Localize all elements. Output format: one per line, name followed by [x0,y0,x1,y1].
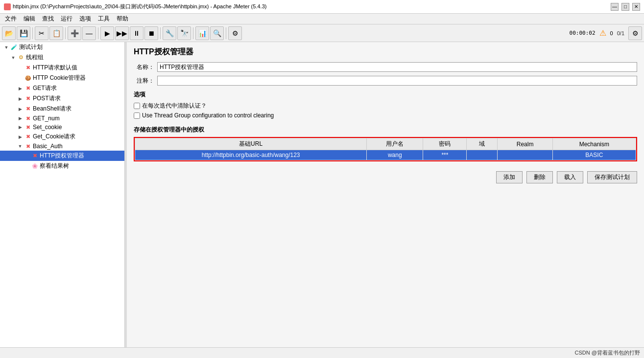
add-button[interactable]: 添加 [496,171,523,183]
checkbox1-row: 在每次迭代中清除认证？ [134,102,637,110]
name-label: 名称： [134,63,154,71]
tree-node-get-num[interactable]: ▶GET_num [0,114,124,123]
toolbar-btn-13[interactable]: 🔍 [210,26,224,40]
tree-node-view-results[interactable]: 察看结果树 [0,161,124,171]
name-input[interactable] [157,62,637,72]
toolbar-sep-9 [160,27,161,39]
menu-bar: 文件编辑查找运行选项工具帮助 [0,14,644,24]
expand-icon[interactable]: ▶ [17,96,23,102]
auth-table-section: 存储在授权管理器中的授权 基础URL用户名密码域RealmMechanismht… [134,126,637,161]
table-header: 基础URL [135,138,367,150]
warning-count: 0 [610,30,613,36]
table-header: 密码 [423,138,467,150]
menu-item-选项[interactable]: 选项 [76,14,94,23]
toolbar: 📂💾✂📋➕—▶▶▶⏸⏹🔧🔭📊🔍⚙00:00:02⚠00/1⚙ [0,24,644,42]
table-cell: *** [423,150,467,160]
comment-input[interactable] [157,76,637,86]
expand-icon[interactable] [24,153,30,159]
toolbar-btn-10[interactable]: 🔧 [163,26,176,40]
tree-node-thread-group[interactable]: ▼线程组 [0,52,124,63]
toolbar-sep-1 [32,27,33,39]
tree-node-test-plan[interactable]: ▼测试计划 [0,42,124,52]
tree-node-label: HTTP请求默认值 [33,64,77,72]
expand-icon[interactable] [17,65,23,71]
toolbar-btn-6[interactable]: ▶ [100,26,114,40]
bottom-buttons: 添加 删除 载入 保存测试计划 [134,171,637,198]
name-row: 名称： [134,62,637,72]
table-cell: wang [367,150,423,160]
tree-node-http-default[interactable]: HTTP请求默认值 [0,63,124,73]
tree-node-set-cookie[interactable]: ▶Set_cookie [0,123,124,132]
node-icon-auth [31,153,38,159]
toolbar-btn-11[interactable]: 🔭 [177,26,191,40]
delete-button[interactable]: 删除 [526,171,553,183]
table-header: 域 [467,138,498,150]
expand-icon[interactable]: ▼ [17,143,23,149]
toolbar-btn-7[interactable]: ▶▶ [115,26,129,40]
toolbar-btn-1[interactable]: 💾 [17,26,30,40]
status-bar: CSDN @背着蓝书包的打野 [0,347,644,358]
tree-node-label: GET请求 [33,84,57,92]
save-button[interactable]: 保存测试计划 [587,171,637,183]
tree-node-label: GET_num [33,115,60,122]
expand-icon[interactable]: ▶ [17,134,23,140]
toolbar-btn-12[interactable]: 📊 [195,26,209,40]
tree-node-get-cookie-req[interactable]: ▶Get_Cookie请求 [0,132,124,142]
expand-icon[interactable]: ▶ [17,106,23,112]
menu-item-运行[interactable]: 运行 [58,14,75,23]
expand-icon[interactable]: ▶ [17,124,23,130]
toolbar-sep-5 [98,27,98,39]
expand-icon[interactable] [17,75,23,81]
close-button[interactable]: ✕ [632,3,640,11]
expand-icon[interactable] [24,163,30,169]
window-title: httpbin.jmx (D:\PycharmProjects\auto_20\… [13,3,266,10]
main-area: ▼测试计划▼线程组 HTTP请求默认值 HTTP Cookie管理器▶GET请求… [0,42,644,347]
checkbox1[interactable] [134,103,140,109]
menu-item-帮助[interactable]: 帮助 [114,14,131,23]
menu-item-文件[interactable]: 文件 [2,14,20,23]
auth-table: 基础URL用户名密码域RealmMechanismhttp://httpbin.… [135,138,636,160]
table-row[interactable]: http://httpbin.org/basic-auth/wang/123wa… [135,150,636,160]
toolbar-btn-5[interactable]: — [82,26,96,40]
minimize-button[interactable]: — [611,3,619,11]
tree-node-label: BeanShell请求 [33,105,72,113]
table-header: Mechanism [552,138,636,150]
tree-node-basic-auth[interactable]: ▼Basic_Auth [0,142,124,151]
node-icon-get [24,124,31,131]
title-bar-left: httpbin.jmx (D:\PycharmProjects\auto_20\… [4,3,266,10]
table-cell: BASIC [552,150,636,160]
title-bar: httpbin.jmx (D:\PycharmProjects\auto_20\… [0,0,644,14]
node-icon-thread [18,54,24,61]
tree-node-beanshell-req[interactable]: ▶BeanShell请求 [0,104,124,114]
toolbar-btn-2[interactable]: ✂ [35,26,48,40]
toolbar-btn-0[interactable]: 📂 [2,26,16,40]
node-icon-get [24,106,31,112]
maximize-button[interactable]: □ [621,3,629,11]
toolbar-btn-8[interactable]: ⏸ [130,26,143,40]
expand-icon[interactable]: ▶ [17,115,23,121]
tree-node-get-req[interactable]: ▶GET请求 [0,83,124,93]
menu-item-工具[interactable]: 工具 [95,14,113,23]
tree-node-http-cookie[interactable]: HTTP Cookie管理器 [0,73,124,83]
settings-button[interactable]: ⚙ [628,26,642,40]
comment-label: 注释： [134,77,154,85]
right-panel: HTTP授权管理器 名称： 注释： 选项 在每次迭代中清除认证？ Use Thr… [127,42,644,347]
node-icon-get [24,134,31,140]
menu-item-编辑[interactable]: 编辑 [21,14,38,23]
checkbox2[interactable] [134,112,140,119]
load-button[interactable]: 载入 [557,171,583,183]
tree-node-http-auth-manager[interactable]: HTTP授权管理器 [0,151,124,161]
node-icon-request [24,65,31,71]
toolbar-btn-14[interactable]: ⚙ [228,26,242,40]
tree-node-post-req[interactable]: ▶POST请求 [0,93,124,104]
toolbar-btn-9[interactable]: ⏹ [144,26,158,40]
expand-icon[interactable]: ▶ [17,86,23,91]
toolbar-btn-3[interactable]: 📋 [49,26,63,40]
expand-icon[interactable]: ▼ [3,45,9,50]
menu-item-查找[interactable]: 查找 [39,14,57,23]
panel-title: HTTP授权管理器 [134,47,637,57]
expand-icon[interactable]: ▼ [10,55,16,61]
node-icon-get [24,85,31,92]
toolbar-btn-4[interactable]: ➕ [68,26,81,40]
node-icon-cookie [24,75,31,82]
